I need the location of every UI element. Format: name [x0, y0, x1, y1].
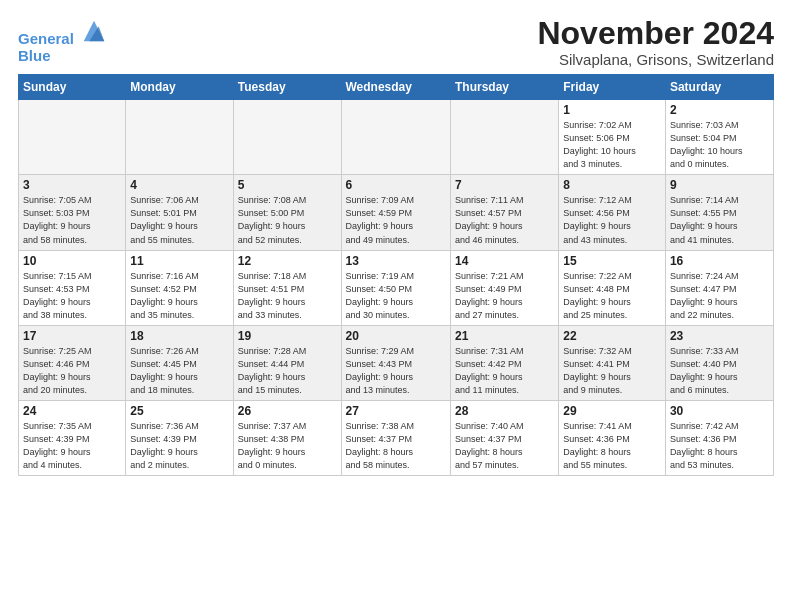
- day-number: 4: [130, 178, 228, 192]
- day-info: Sunrise: 7:36 AM Sunset: 4:39 PM Dayligh…: [130, 420, 228, 472]
- logo-general: General: [18, 30, 74, 47]
- day-number: 23: [670, 329, 769, 343]
- calendar-cell: [341, 100, 450, 175]
- calendar-cell: 26Sunrise: 7:37 AM Sunset: 4:38 PM Dayli…: [233, 400, 341, 475]
- calendar-cell: 20Sunrise: 7:29 AM Sunset: 4:43 PM Dayli…: [341, 325, 450, 400]
- week-row-1: 3Sunrise: 7:05 AM Sunset: 5:03 PM Daylig…: [19, 175, 774, 250]
- day-info: Sunrise: 7:32 AM Sunset: 4:41 PM Dayligh…: [563, 345, 661, 397]
- month-title: November 2024: [537, 16, 774, 51]
- calendar-cell: 16Sunrise: 7:24 AM Sunset: 4:47 PM Dayli…: [665, 250, 773, 325]
- day-number: 24: [23, 404, 121, 418]
- weekday-header-row: Sunday Monday Tuesday Wednesday Thursday…: [19, 75, 774, 100]
- day-number: 13: [346, 254, 446, 268]
- calendar-cell: 2Sunrise: 7:03 AM Sunset: 5:04 PM Daylig…: [665, 100, 773, 175]
- day-info: Sunrise: 7:29 AM Sunset: 4:43 PM Dayligh…: [346, 345, 446, 397]
- day-number: 10: [23, 254, 121, 268]
- week-row-3: 17Sunrise: 7:25 AM Sunset: 4:46 PM Dayli…: [19, 325, 774, 400]
- day-info: Sunrise: 7:15 AM Sunset: 4:53 PM Dayligh…: [23, 270, 121, 322]
- day-number: 9: [670, 178, 769, 192]
- day-number: 29: [563, 404, 661, 418]
- day-info: Sunrise: 7:05 AM Sunset: 5:03 PM Dayligh…: [23, 194, 121, 246]
- day-number: 15: [563, 254, 661, 268]
- day-info: Sunrise: 7:09 AM Sunset: 4:59 PM Dayligh…: [346, 194, 446, 246]
- calendar-cell: 9Sunrise: 7:14 AM Sunset: 4:55 PM Daylig…: [665, 175, 773, 250]
- calendar-cell: 5Sunrise: 7:08 AM Sunset: 5:00 PM Daylig…: [233, 175, 341, 250]
- day-number: 6: [346, 178, 446, 192]
- day-info: Sunrise: 7:35 AM Sunset: 4:39 PM Dayligh…: [23, 420, 121, 472]
- header-wednesday: Wednesday: [341, 75, 450, 100]
- day-info: Sunrise: 7:24 AM Sunset: 4:47 PM Dayligh…: [670, 270, 769, 322]
- day-info: Sunrise: 7:06 AM Sunset: 5:01 PM Dayligh…: [130, 194, 228, 246]
- calendar-cell: 10Sunrise: 7:15 AM Sunset: 4:53 PM Dayli…: [19, 250, 126, 325]
- day-info: Sunrise: 7:19 AM Sunset: 4:50 PM Dayligh…: [346, 270, 446, 322]
- calendar-cell: 7Sunrise: 7:11 AM Sunset: 4:57 PM Daylig…: [450, 175, 558, 250]
- title-block: November 2024 Silvaplana, Grisons, Switz…: [537, 16, 774, 68]
- calendar-cell: 23Sunrise: 7:33 AM Sunset: 4:40 PM Dayli…: [665, 325, 773, 400]
- day-info: Sunrise: 7:31 AM Sunset: 4:42 PM Dayligh…: [455, 345, 554, 397]
- day-number: 27: [346, 404, 446, 418]
- day-number: 21: [455, 329, 554, 343]
- calendar-cell: [19, 100, 126, 175]
- day-info: Sunrise: 7:14 AM Sunset: 4:55 PM Dayligh…: [670, 194, 769, 246]
- day-number: 7: [455, 178, 554, 192]
- day-info: Sunrise: 7:16 AM Sunset: 4:52 PM Dayligh…: [130, 270, 228, 322]
- day-number: 2: [670, 103, 769, 117]
- day-info: Sunrise: 7:41 AM Sunset: 4:36 PM Dayligh…: [563, 420, 661, 472]
- calendar-cell: 19Sunrise: 7:28 AM Sunset: 4:44 PM Dayli…: [233, 325, 341, 400]
- day-number: 26: [238, 404, 337, 418]
- day-number: 30: [670, 404, 769, 418]
- day-info: Sunrise: 7:18 AM Sunset: 4:51 PM Dayligh…: [238, 270, 337, 322]
- calendar-cell: 24Sunrise: 7:35 AM Sunset: 4:39 PM Dayli…: [19, 400, 126, 475]
- calendar-cell: [126, 100, 233, 175]
- day-number: 17: [23, 329, 121, 343]
- calendar-cell: 29Sunrise: 7:41 AM Sunset: 4:36 PM Dayli…: [559, 400, 666, 475]
- calendar-table: Sunday Monday Tuesday Wednesday Thursday…: [18, 74, 774, 476]
- logo-text: General: [18, 16, 108, 48]
- day-info: Sunrise: 7:40 AM Sunset: 4:37 PM Dayligh…: [455, 420, 554, 472]
- day-info: Sunrise: 7:02 AM Sunset: 5:06 PM Dayligh…: [563, 119, 661, 171]
- day-info: Sunrise: 7:08 AM Sunset: 5:00 PM Dayligh…: [238, 194, 337, 246]
- day-number: 16: [670, 254, 769, 268]
- day-info: Sunrise: 7:25 AM Sunset: 4:46 PM Dayligh…: [23, 345, 121, 397]
- calendar-cell: [450, 100, 558, 175]
- day-number: 28: [455, 404, 554, 418]
- day-number: 3: [23, 178, 121, 192]
- day-info: Sunrise: 7:21 AM Sunset: 4:49 PM Dayligh…: [455, 270, 554, 322]
- header-sunday: Sunday: [19, 75, 126, 100]
- day-info: Sunrise: 7:11 AM Sunset: 4:57 PM Dayligh…: [455, 194, 554, 246]
- header: General Blue November 2024 Silvaplana, G…: [18, 16, 774, 68]
- calendar-cell: 6Sunrise: 7:09 AM Sunset: 4:59 PM Daylig…: [341, 175, 450, 250]
- day-info: Sunrise: 7:42 AM Sunset: 4:36 PM Dayligh…: [670, 420, 769, 472]
- header-friday: Friday: [559, 75, 666, 100]
- header-saturday: Saturday: [665, 75, 773, 100]
- day-number: 20: [346, 329, 446, 343]
- calendar-cell: 30Sunrise: 7:42 AM Sunset: 4:36 PM Dayli…: [665, 400, 773, 475]
- calendar-cell: 11Sunrise: 7:16 AM Sunset: 4:52 PM Dayli…: [126, 250, 233, 325]
- day-info: Sunrise: 7:38 AM Sunset: 4:37 PM Dayligh…: [346, 420, 446, 472]
- week-row-4: 24Sunrise: 7:35 AM Sunset: 4:39 PM Dayli…: [19, 400, 774, 475]
- calendar-cell: 18Sunrise: 7:26 AM Sunset: 4:45 PM Dayli…: [126, 325, 233, 400]
- logo-icon: [80, 16, 108, 44]
- day-number: 22: [563, 329, 661, 343]
- calendar-cell: 27Sunrise: 7:38 AM Sunset: 4:37 PM Dayli…: [341, 400, 450, 475]
- day-number: 11: [130, 254, 228, 268]
- day-number: 1: [563, 103, 661, 117]
- day-number: 25: [130, 404, 228, 418]
- calendar-cell: 12Sunrise: 7:18 AM Sunset: 4:51 PM Dayli…: [233, 250, 341, 325]
- header-tuesday: Tuesday: [233, 75, 341, 100]
- calendar-cell: 28Sunrise: 7:40 AM Sunset: 4:37 PM Dayli…: [450, 400, 558, 475]
- logo-blue: Blue: [18, 48, 108, 65]
- calendar-cell: 14Sunrise: 7:21 AM Sunset: 4:49 PM Dayli…: [450, 250, 558, 325]
- calendar-cell: 21Sunrise: 7:31 AM Sunset: 4:42 PM Dayli…: [450, 325, 558, 400]
- calendar-cell: [233, 100, 341, 175]
- day-info: Sunrise: 7:28 AM Sunset: 4:44 PM Dayligh…: [238, 345, 337, 397]
- calendar-cell: 4Sunrise: 7:06 AM Sunset: 5:01 PM Daylig…: [126, 175, 233, 250]
- day-number: 8: [563, 178, 661, 192]
- calendar-cell: 22Sunrise: 7:32 AM Sunset: 4:41 PM Dayli…: [559, 325, 666, 400]
- day-number: 18: [130, 329, 228, 343]
- day-info: Sunrise: 7:26 AM Sunset: 4:45 PM Dayligh…: [130, 345, 228, 397]
- day-info: Sunrise: 7:03 AM Sunset: 5:04 PM Dayligh…: [670, 119, 769, 171]
- header-thursday: Thursday: [450, 75, 558, 100]
- calendar-cell: 3Sunrise: 7:05 AM Sunset: 5:03 PM Daylig…: [19, 175, 126, 250]
- day-info: Sunrise: 7:37 AM Sunset: 4:38 PM Dayligh…: [238, 420, 337, 472]
